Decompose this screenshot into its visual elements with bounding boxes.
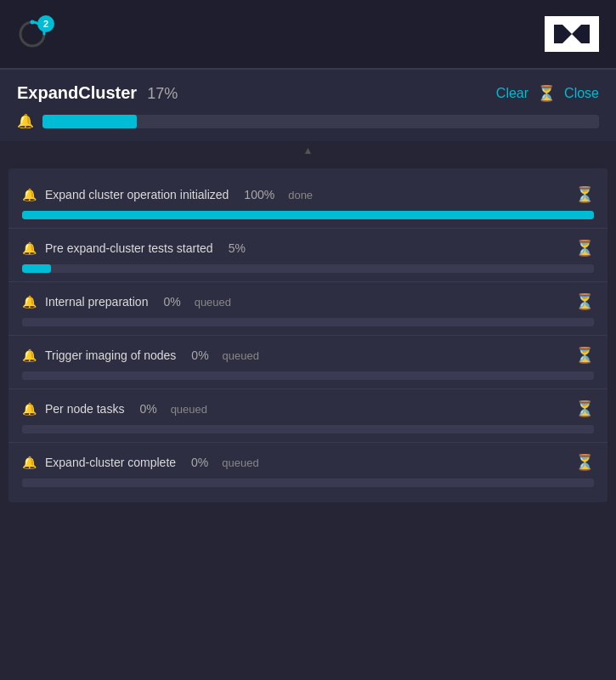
- task-item: 🔔 Internal preparation 0% queued ⏳: [8, 282, 608, 336]
- svg-rect-3: [554, 25, 562, 43]
- svg-point-1: [31, 20, 35, 25]
- task-left: 🔔 Internal preparation 0% queued: [22, 295, 231, 309]
- task-percent: 100%: [244, 188, 274, 201]
- task-percent: 5%: [229, 241, 246, 255]
- task-name: Trigger imaging of nodes: [45, 348, 176, 362]
- task-bell-icon: 🔔: [22, 241, 37, 255]
- task-progress-bar: [22, 479, 594, 487]
- task-progress-bar: [22, 371, 594, 380]
- task-item: 🔔 Pre expand-cluster tests started 5% ⏳: [8, 229, 608, 282]
- clock-icon-header[interactable]: ⏳: [537, 84, 556, 103]
- scroll-indicator: ▲: [0, 141, 616, 160]
- header-progress-row: 🔔: [17, 113, 599, 129]
- task-progress-bar: [22, 211, 594, 219]
- task-clock-icon[interactable]: ⏳: [575, 346, 594, 365]
- notification-badge: 2: [37, 15, 54, 32]
- task-clock-icon[interactable]: ⏳: [575, 239, 594, 258]
- task-status: queued: [223, 349, 259, 362]
- logo-box: [545, 16, 599, 52]
- task-bell-icon: 🔔: [22, 402, 37, 416]
- task-name: Per node tasks: [45, 402, 124, 416]
- title-area: ExpandCluster 17%: [17, 83, 178, 103]
- task-status: queued: [171, 403, 207, 416]
- task-percent: 0%: [139, 402, 156, 416]
- task-clock-icon[interactable]: ⏳: [575, 400, 594, 418]
- task-top-row: 🔔 Expand-cluster complete 0% queued ⏳: [22, 453, 594, 472]
- task-bell-icon: 🔔: [22, 188, 37, 201]
- task-progress-bar: [22, 318, 594, 326]
- header-top-row: ExpandCluster 17% Clear ⏳ Close: [17, 83, 599, 103]
- task-progress-fill: [22, 264, 51, 273]
- close-button[interactable]: Close: [564, 86, 599, 101]
- top-bar: 2: [0, 0, 616, 68]
- task-percent: 0%: [191, 456, 208, 469]
- svg-rect-4: [581, 25, 590, 43]
- main-progress-fill: [42, 115, 137, 128]
- task-bell-icon: 🔔: [22, 348, 37, 362]
- task-item: 🔔 Per node tasks 0% queued ⏳: [8, 389, 608, 443]
- task-top-row: 🔔 Pre expand-cluster tests started 5% ⏳: [22, 239, 594, 258]
- task-left: 🔔 Per node tasks 0% queued: [22, 402, 207, 416]
- task-status: done: [288, 189, 313, 201]
- task-item: 🔔 Expand-cluster complete 0% queued ⏳: [8, 443, 608, 496]
- task-clock-icon[interactable]: ⏳: [575, 185, 594, 204]
- task-top-row: 🔔 Per node tasks 0% queued ⏳: [22, 400, 594, 418]
- task-left: 🔔 Expand cluster operation initialized 1…: [22, 188, 313, 201]
- task-top-row: 🔔 Expand cluster operation initialized 1…: [22, 185, 594, 204]
- task-status: queued: [222, 456, 258, 469]
- task-bell-icon: 🔔: [22, 456, 37, 469]
- notification-area[interactable]: 2: [17, 19, 48, 49]
- task-progress-bar: [22, 264, 594, 273]
- task-name: Expand cluster operation initialized: [45, 188, 229, 201]
- task-progress-bar: [22, 425, 594, 434]
- clear-button[interactable]: Clear: [496, 86, 528, 101]
- task-left: 🔔 Pre expand-cluster tests started 5%: [22, 241, 246, 255]
- task-bell-icon: 🔔: [22, 295, 37, 309]
- task-progress-fill: [22, 211, 594, 219]
- task-left: 🔔 Expand-cluster complete 0% queued: [22, 456, 259, 469]
- task-name: Expand-cluster complete: [45, 456, 176, 469]
- task-left: 🔔 Trigger imaging of nodes 0% queued: [22, 348, 259, 362]
- logo-area: [545, 16, 599, 52]
- header-actions: Clear ⏳ Close: [496, 84, 599, 103]
- header-section: ExpandCluster 17% Clear ⏳ Close 🔔: [0, 70, 616, 141]
- task-item: 🔔 Trigger imaging of nodes 0% queued ⏳: [8, 336, 608, 389]
- task-clock-icon[interactable]: ⏳: [575, 453, 594, 472]
- task-status: queued: [195, 296, 231, 309]
- task-percent: 0%: [163, 295, 180, 309]
- tasks-container: 🔔 Expand cluster operation initialized 1…: [8, 168, 608, 502]
- main-progress-bar: [42, 115, 599, 128]
- task-clock-icon[interactable]: ⏳: [575, 292, 594, 311]
- operation-title: ExpandCluster: [17, 83, 137, 103]
- task-item: 🔔 Expand cluster operation initialized 1…: [8, 175, 608, 229]
- task-percent: 0%: [191, 348, 208, 362]
- operation-percent: 17%: [147, 85, 178, 103]
- task-top-row: 🔔 Internal preparation 0% queued ⏳: [22, 292, 594, 311]
- bell-icon-header: 🔔: [17, 113, 34, 129]
- app-container: 2 ExpandCluster 17% Clear ⏳: [0, 0, 616, 680]
- task-top-row: 🔔 Trigger imaging of nodes 0% queued ⏳: [22, 346, 594, 365]
- logo-icon: [549, 20, 595, 48]
- task-name: Internal preparation: [45, 295, 148, 309]
- task-name: Pre expand-cluster tests started: [45, 241, 213, 255]
